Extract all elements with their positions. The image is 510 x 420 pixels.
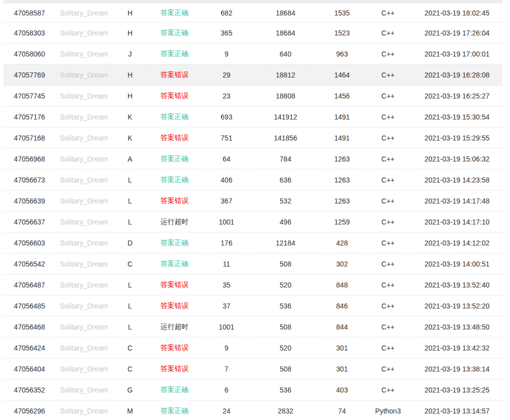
status-link[interactable]: 答案正确	[148, 386, 202, 394]
submit-timestamp: 2021-03-19 13:52:20	[412, 302, 502, 310]
status-link[interactable]: 运行超时	[148, 218, 202, 226]
problem-letter-link[interactable]: L	[112, 218, 148, 226]
username-link[interactable]: Solitary_Dream	[56, 155, 112, 163]
submission-row[interactable]: 47056603 Solitary_Dream D 答案正确 176 12184…	[4, 232, 502, 254]
run-time-ms: 682	[202, 9, 252, 17]
username-link[interactable]: Solitary_Dream	[56, 92, 112, 100]
status-link[interactable]: 答案错误	[148, 344, 202, 352]
submission-row[interactable]: 47058587 Solitary_Dream H 答案正确 682 18684…	[4, 4, 502, 22]
problem-letter-link[interactable]: C	[112, 365, 148, 373]
submission-row[interactable]: 47057769 Solitary_Dream H 答案错误 29 18812 …	[4, 64, 502, 86]
username-link[interactable]: Solitary_Dream	[56, 239, 112, 247]
username-link[interactable]: Solitary_Dream	[56, 302, 112, 310]
username-link[interactable]: Solitary_Dream	[56, 260, 112, 268]
username-link[interactable]: Solitary_Dream	[56, 218, 112, 226]
submission-id: 47056404	[4, 365, 56, 373]
submission-row[interactable]: 47056968 Solitary_Dream A 答案正确 64 784 12…	[4, 148, 502, 170]
submit-timestamp: 2021-03-19 15:29:55	[412, 134, 502, 142]
status-link[interactable]: 答案正确	[148, 50, 202, 58]
username-link[interactable]: Solitary_Dream	[56, 386, 112, 394]
status-link[interactable]: 答案错误	[148, 280, 202, 290]
submission-id: 47057745	[4, 92, 56, 100]
problem-letter-link[interactable]: H	[112, 9, 148, 17]
problem-letter-link[interactable]: H	[112, 71, 148, 79]
username-link[interactable]: Solitary_Dream	[56, 71, 112, 79]
username-link[interactable]: Solitary_Dream	[56, 29, 112, 37]
submission-row[interactable]: 47056542 Solitary_Dream C 答案正确 11 508 30…	[4, 254, 502, 274]
status-link[interactable]: 答案正确	[148, 260, 202, 268]
code-length: 302	[320, 260, 364, 268]
status-link[interactable]: 答案错误	[148, 92, 202, 100]
submit-timestamp: 2021-03-19 14:17:48	[412, 197, 502, 205]
problem-letter-link[interactable]: J	[112, 50, 148, 58]
status-link[interactable]: 答案正确	[148, 176, 202, 184]
status-link[interactable]: 答案正确	[148, 238, 202, 248]
username-link[interactable]: Solitary_Dream	[56, 134, 112, 142]
username-link[interactable]: Solitary_Dream	[56, 113, 112, 121]
status-link[interactable]: 答案错误	[148, 70, 202, 80]
problem-letter-link[interactable]: H	[112, 29, 148, 37]
submission-row[interactable]: 47056424 Solitary_Dream C 答案错误 9 520 301…	[4, 338, 502, 358]
submission-row[interactable]: 47056639 Solitary_Dream L 答案错误 367 532 1…	[4, 190, 502, 212]
submission-row[interactable]: 47056352 Solitary_Dream G 答案正确 6 536 403…	[4, 380, 502, 400]
username-link[interactable]: Solitary_Dream	[56, 365, 112, 373]
status-link[interactable]: 答案正确	[148, 28, 202, 38]
status-link[interactable]: 答案正确	[148, 8, 202, 18]
run-time-ms: 23	[202, 92, 252, 100]
username-link[interactable]: Solitary_Dream	[56, 281, 112, 289]
status-link[interactable]: 答案错误	[148, 364, 202, 374]
code-length: 1491	[320, 113, 364, 121]
problem-letter-link[interactable]: C	[112, 260, 148, 268]
problem-letter-link[interactable]: L	[112, 323, 148, 331]
code-length: 428	[320, 239, 364, 247]
problem-letter-link[interactable]: L	[112, 302, 148, 310]
submission-row[interactable]: 47056637 Solitary_Dream L 运行超时 1001 496 …	[4, 212, 502, 232]
problem-letter-link[interactable]: G	[112, 386, 148, 394]
problem-letter-link[interactable]: L	[112, 281, 148, 289]
problem-letter-link[interactable]: K	[112, 113, 148, 121]
status-link[interactable]: 答案正确	[148, 154, 202, 164]
submission-row[interactable]: 47056404 Solitary_Dream C 答案错误 7 508 301…	[4, 358, 502, 380]
status-link[interactable]: 答案错误	[148, 302, 202, 310]
username-link[interactable]: Solitary_Dream	[56, 407, 112, 415]
submit-timestamp: 2021-03-19 14:00:51	[412, 260, 502, 268]
submission-row[interactable]: 47057176 Solitary_Dream K 答案正确 693 14191…	[4, 106, 502, 128]
code-length: 963	[320, 50, 364, 58]
problem-letter-link[interactable]: K	[112, 134, 148, 142]
problem-letter-link[interactable]: H	[112, 92, 148, 100]
username-link[interactable]: Solitary_Dream	[56, 176, 112, 184]
code-length: 1263	[320, 176, 364, 184]
status-link[interactable]: 运行超时	[148, 322, 202, 332]
username-link[interactable]: Solitary_Dream	[56, 50, 112, 58]
run-time-ms: 9	[202, 344, 252, 352]
submission-row[interactable]: 47056487 Solitary_Dream L 答案错误 35 520 84…	[4, 274, 502, 296]
problem-letter-link[interactable]: D	[112, 239, 148, 247]
problem-letter-link[interactable]: M	[112, 407, 148, 415]
submission-row[interactable]: 47056296 Solitary_Dream M 答案正确 24 2832 7…	[4, 400, 502, 420]
status-link[interactable]: 答案正确	[148, 406, 202, 416]
submission-row[interactable]: 47056485 Solitary_Dream L 答案错误 37 536 84…	[4, 296, 502, 316]
status-link[interactable]: 答案正确	[148, 112, 202, 122]
submit-timestamp: 2021-03-19 13:38:14	[412, 365, 502, 373]
memory-kb: 536	[252, 302, 320, 310]
problem-letter-link[interactable]: C	[112, 344, 148, 352]
submission-row[interactable]: 47058303 Solitary_Dream H 答案正确 365 18684…	[4, 22, 502, 44]
problem-letter-link[interactable]: L	[112, 176, 148, 184]
status-link[interactable]: 答案错误	[148, 196, 202, 206]
language: C++	[364, 176, 412, 184]
username-link[interactable]: Solitary_Dream	[56, 344, 112, 352]
submit-timestamp: 2021-03-19 14:12:02	[412, 239, 502, 247]
status-link[interactable]: 答案错误	[148, 134, 202, 142]
submit-timestamp: 2021-03-19 16:25:27	[412, 92, 502, 100]
submission-row[interactable]: 47057168 Solitary_Dream K 答案错误 751 14185…	[4, 128, 502, 148]
run-time-ms: 367	[202, 197, 252, 205]
username-link[interactable]: Solitary_Dream	[56, 9, 112, 17]
submission-row[interactable]: 47056673 Solitary_Dream L 答案正确 406 636 1…	[4, 170, 502, 190]
submission-row[interactable]: 47058060 Solitary_Dream J 答案正确 9 640 963…	[4, 44, 502, 64]
username-link[interactable]: Solitary_Dream	[56, 197, 112, 205]
submission-row[interactable]: 47057745 Solitary_Dream H 答案错误 23 18808 …	[4, 86, 502, 106]
problem-letter-link[interactable]: L	[112, 197, 148, 205]
username-link[interactable]: Solitary_Dream	[56, 323, 112, 331]
problem-letter-link[interactable]: A	[112, 155, 148, 163]
submission-row[interactable]: 47056468 Solitary_Dream L 运行超时 1001 508 …	[4, 316, 502, 338]
